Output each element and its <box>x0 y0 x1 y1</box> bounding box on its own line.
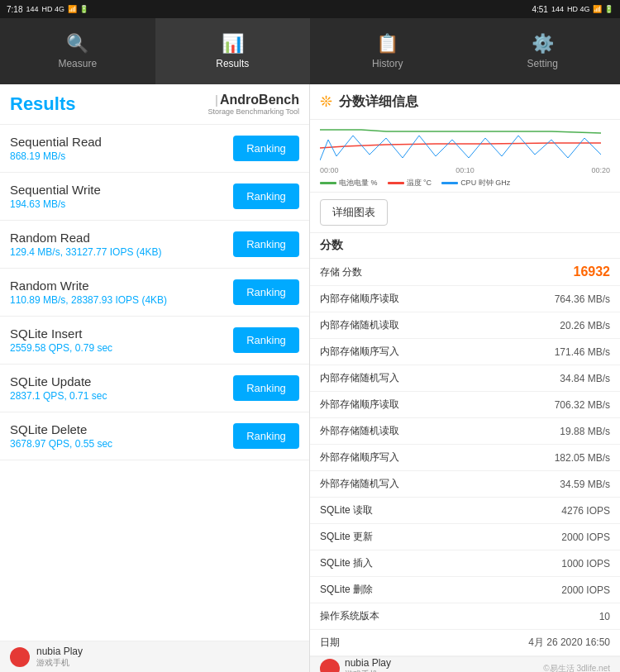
detail-btn-area: 详细图表 <box>310 193 620 233</box>
watermark: ©易生活 3dlife.net <box>543 663 610 672</box>
detail-value-13: 10 <box>599 611 610 622</box>
detail-value-10: 2000 IOPS <box>561 531 610 543</box>
detail-header-title: 分数详细信息 <box>339 93 418 111</box>
detail-row-3: 内部存储顺序写入 171.46 MB/s <box>310 339 620 365</box>
ranking-btn-3[interactable]: Ranking <box>233 279 299 305</box>
bottom-bar-right: nubia Play 游戏手机 ©易生活 3dlife.net <box>310 656 620 672</box>
ranking-btn-2[interactable]: Ranking <box>233 231 299 257</box>
time-label-2: 00:20 <box>591 166 610 174</box>
detail-value-14: 4月 26 2020 16:50 <box>528 636 610 650</box>
status-bars: 7:18 144 HD 4G 📶 🔋 4:51 144 HD 4G 📶 🔋 <box>0 0 620 18</box>
nubia-logo-right <box>320 659 340 672</box>
detail-label-6: 外部存储随机读取 <box>320 424 399 438</box>
benchmark-title-1: Sequential Write <box>10 183 101 197</box>
legend-battery: 电池电量 % <box>320 178 378 188</box>
legend-temp-dot <box>388 182 404 184</box>
benchmark-info-2: Random Read 129.4 MB/s, 33127.77 IOPS (4… <box>10 231 161 258</box>
benchmark-list: Sequential Read 868.19 MB/s Ranking Sequ… <box>0 125 309 641</box>
status-left: 7:18 144 HD 4G 📶 🔋 <box>0 0 310 18</box>
detail-label-1: 内部存储顺序读取 <box>320 292 399 306</box>
indicators-right: HD 4G <box>567 5 590 13</box>
ranking-btn-1[interactable]: Ranking <box>233 183 299 209</box>
tab-setting[interactable]: ⚙️ Setting <box>465 18 621 84</box>
detail-value-12: 2000 IOPS <box>561 584 610 596</box>
legend-cpu-dot <box>441 182 458 184</box>
detail-row-8: 外部存储随机写入 34.59 MB/s <box>310 471 620 498</box>
benchmark-item-2: Random Read 129.4 MB/s, 33127.77 IOPS (4… <box>0 221 309 269</box>
tab-results[interactable]: 📊 Results <box>155 18 311 84</box>
nav-tabs: 🔍 Measure 📊 Results 📋 History ⚙️ Setting <box>0 18 620 84</box>
time-right: 4:51 <box>532 5 547 14</box>
detail-value-4: 34.84 MB/s <box>560 373 610 384</box>
benchmark-info-6: SQLite Delete 3678.97 QPS, 0.55 sec <box>10 422 112 450</box>
tab-results-label: Results <box>216 58 249 69</box>
main-content: Results | AndroBench Storage Benchmarkin… <box>0 84 620 672</box>
benchmark-title-4: SQLite Insert <box>10 326 112 341</box>
setting-icon: ⚙️ <box>532 33 554 55</box>
detail-table: 存储 分数 16932 内部存储顺序读取 764.36 MB/s 内部存储随机读… <box>310 259 620 656</box>
benchmark-title-5: SQLite Update <box>10 374 107 388</box>
detail-value-0: 16932 <box>574 265 611 279</box>
benchmark-info-0: Sequential Read 868.19 MB/s <box>10 135 102 162</box>
benchmark-item-5: SQLite Update 2837.1 QPS, 0.71 sec Ranki… <box>0 365 309 412</box>
detail-label-0: 存储 分数 <box>320 265 362 279</box>
detail-row-7: 外部存储顺序写入 182.05 MB/s <box>310 445 620 471</box>
benchmark-info-1: Sequential Write 194.63 MB/s <box>10 183 101 210</box>
benchmark-subtitle-3: 110.89 MB/s, 28387.93 IOPS (4KB) <box>10 294 167 306</box>
nubia-brand-left: nubia Play 游戏手机 <box>36 646 83 669</box>
signal-left: 144 <box>26 5 38 13</box>
legend-temp: 温度 °C <box>388 178 432 188</box>
benchmark-subtitle-4: 2559.58 QPS, 0.79 sec <box>10 342 112 354</box>
indicators-left: HD 4G <box>42 5 65 13</box>
history-icon: 📋 <box>376 33 398 55</box>
detail-label-4: 内部存储随机写入 <box>320 371 399 385</box>
tab-measure[interactable]: 🔍 Measure <box>0 18 155 84</box>
chart-labels: 00:00 00:10 00:20 <box>320 166 610 174</box>
results-title: Results <box>10 93 75 115</box>
ranking-btn-6[interactable]: Ranking <box>233 423 299 449</box>
legend-cpu-label: CPU 时钟 GHz <box>460 178 510 188</box>
chart-svg <box>320 123 610 164</box>
tab-measure-label: Measure <box>58 58 97 69</box>
detail-row-9: SQLite 读取 4276 IOPS <box>310 498 620 524</box>
detail-row-5: 外部存储顺序读取 706.32 MB/s <box>310 392 620 418</box>
benchmark-item-6: SQLite Delete 3678.97 QPS, 0.55 sec Rank… <box>0 412 309 460</box>
detail-label-13: 操作系统版本 <box>320 609 379 623</box>
benchmark-info-4: SQLite Insert 2559.58 QPS, 0.79 sec <box>10 326 112 354</box>
benchmark-info-3: Random Write 110.89 MB/s, 28387.93 IOPS … <box>10 279 167 306</box>
right-panel: ❊ 分数详细信息 00:00 00:10 00:20 <box>310 84 620 672</box>
measure-icon: 🔍 <box>66 33 88 55</box>
detail-label-2: 内部存储随机读取 <box>320 318 399 332</box>
benchmark-item-4: SQLite Insert 2559.58 QPS, 0.79 sec Rank… <box>0 317 309 365</box>
tab-history-label: History <box>372 58 403 69</box>
detail-label-14: 日期 <box>320 636 340 650</box>
nubia-brand-right: nubia Play 游戏手机 <box>345 657 391 672</box>
benchmark-item-1: Sequential Write 194.63 MB/s Ranking <box>0 173 309 221</box>
benchmark-subtitle-0: 868.19 MB/s <box>10 150 102 162</box>
left-panel: Results | AndroBench Storage Benchmarkin… <box>0 84 310 672</box>
detail-label-11: SQLite 插入 <box>320 556 373 570</box>
detail-label-5: 外部存储顺序读取 <box>320 398 399 412</box>
benchmark-title-2: Random Read <box>10 231 161 245</box>
score-section: 分数 <box>310 233 620 259</box>
ranking-btn-4[interactable]: Ranking <box>233 327 299 353</box>
chart-area: 00:00 00:10 00:20 电池电量 % 温度 °C CPU 时钟 GH… <box>310 120 620 193</box>
benchmark-title-3: Random Write <box>10 279 167 293</box>
detail-label-9: SQLite 读取 <box>320 503 373 517</box>
status-right: 4:51 144 HD 4G 📶 🔋 <box>310 0 620 18</box>
nubia-logo-left <box>10 647 30 667</box>
detail-header-icon: ❊ <box>320 93 332 111</box>
chart-legend: 电池电量 % 温度 °C CPU 时钟 GHz <box>320 178 610 188</box>
signal-right: 144 <box>551 5 564 13</box>
time-label-1: 00:10 <box>455 166 475 174</box>
legend-battery-label: 电池电量 % <box>339 178 378 188</box>
ranking-btn-0[interactable]: Ranking <box>233 136 299 161</box>
logo-name: AndroBench <box>220 93 299 107</box>
tab-history[interactable]: 📋 History <box>310 18 465 84</box>
benchmark-subtitle-1: 194.63 MB/s <box>10 198 101 210</box>
results-header: Results | AndroBench Storage Benchmarkin… <box>0 84 309 125</box>
detail-row-12: SQLite 删除 2000 IOPS <box>310 577 620 603</box>
logo-sub: Storage Benchmarking Tool <box>208 107 299 116</box>
ranking-btn-5[interactable]: Ranking <box>233 375 299 401</box>
detail-chart-button[interactable]: 详细图表 <box>320 199 388 226</box>
